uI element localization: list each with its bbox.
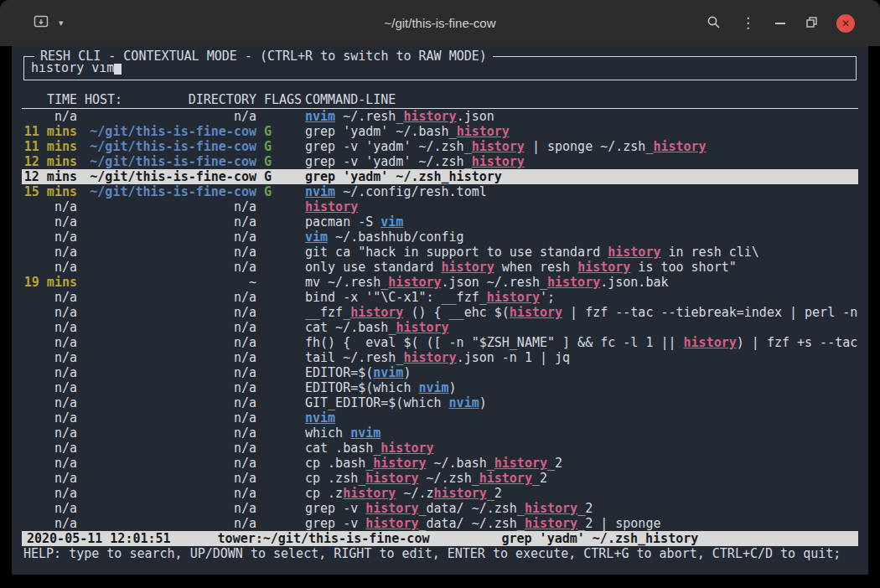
command-cell: nvim ~/.resh_history.json bbox=[305, 109, 858, 124]
flags-cell bbox=[264, 260, 298, 275]
flags-cell: G bbox=[264, 139, 298, 154]
command-cell: vim ~/.bashhub/config bbox=[305, 230, 858, 245]
command-cell: git ca "hack in support to use standard … bbox=[305, 245, 858, 260]
table-row[interactable]: n/an/ahistory bbox=[22, 199, 858, 214]
directory-cell: n/a bbox=[85, 230, 256, 245]
command-text: history bbox=[434, 486, 487, 501]
table-row[interactable]: n/an/aEDITOR=$(which nvim) bbox=[22, 380, 858, 395]
directory-cell: n/a bbox=[85, 109, 256, 124]
command-text: '; bbox=[540, 290, 555, 305]
time-cell: n/a bbox=[22, 245, 77, 260]
directory-cell: n/a bbox=[85, 516, 256, 531]
command-text: is too short" bbox=[630, 260, 736, 275]
command-text: vim bbox=[380, 214, 403, 230]
table-row[interactable]: 11 mins~/git/this-is-fine-cowGgrep -v 'y… bbox=[22, 139, 858, 154]
command-cell: fh() { eval $( ([ -n "$ZSH_NAME" ] && fc… bbox=[305, 335, 858, 350]
table-row[interactable]: n/an/aGIT_EDITOR=$(which nvim) bbox=[22, 395, 858, 410]
command-cell: nvim bbox=[305, 410, 858, 426]
flags-cell bbox=[264, 426, 298, 441]
table-row[interactable]: n/an/afh() { eval $( ([ -n "$ZSH_NAME" ]… bbox=[22, 335, 858, 350]
search-button[interactable] bbox=[705, 13, 722, 34]
command-text: nvim bbox=[449, 395, 479, 410]
table-row[interactable]: n/an/acp .zhistory ~/.zhistory_2 bbox=[22, 486, 858, 501]
command-cell: history bbox=[305, 199, 858, 214]
status-bar: 2020-05-11 12:01:51 tower:~/git/this-is-… bbox=[22, 531, 858, 546]
command-text: grep -v bbox=[305, 501, 365, 516]
flags-cell: G bbox=[264, 184, 298, 199]
command-text: ) bbox=[449, 380, 457, 395]
command-text: history bbox=[373, 456, 426, 471]
directory-cell: n/a bbox=[85, 320, 256, 335]
table-row[interactable]: n/an/avim ~/.bashhub/config bbox=[22, 230, 858, 245]
command-text: history bbox=[365, 471, 418, 486]
close-button[interactable]: ✕ bbox=[836, 14, 855, 33]
restore-icon bbox=[805, 16, 818, 31]
table-row[interactable]: n/an/aEDITOR=$(nvim) bbox=[22, 365, 858, 380]
header-directory: DIRECTORY bbox=[189, 92, 256, 107]
command-cell: mv ~/.resh_history.json ~/.resh_history.… bbox=[305, 275, 858, 290]
table-row[interactable]: n/an/atail ~/.resh_history.json -n 1 | j… bbox=[22, 350, 858, 365]
table-row[interactable]: 19 mins~mv ~/.resh_history.json ~/.resh_… bbox=[22, 275, 858, 290]
command-text: | sponge ~/.zsh_ bbox=[525, 139, 654, 154]
command-text: ) | fzf +s --tac bbox=[737, 335, 858, 350]
table-row[interactable]: 12 mins~/git/this-is-fine-cowGgrep 'yadm… bbox=[22, 169, 858, 184]
time-cell: n/a bbox=[22, 471, 77, 486]
table-row[interactable]: n/an/awhich nvim bbox=[22, 426, 858, 441]
table-row[interactable]: n/an/aonly use standard history when res… bbox=[22, 260, 858, 275]
new-tab-button[interactable] bbox=[32, 13, 50, 33]
command-cell: which nvim bbox=[305, 426, 858, 441]
minimize-button[interactable] bbox=[774, 21, 787, 26]
table-row[interactable]: n/an/acp .bash_history ~/.bash_history_2 bbox=[22, 456, 858, 471]
table-row[interactable]: n/an/agit ca "hack in support to use sta… bbox=[22, 245, 858, 260]
tab-dropdown-button[interactable]: ▾ bbox=[57, 17, 65, 29]
table-row[interactable]: n/an/apacman -S vim bbox=[22, 214, 858, 230]
command-cell: cp .zsh_history ~/.zsh_history_2 bbox=[305, 471, 858, 486]
status-location: tower:~/git/this-is-fine-cow bbox=[218, 531, 430, 546]
command-text: _2 bbox=[532, 471, 547, 486]
directory-cell: n/a bbox=[85, 335, 256, 350]
table-row[interactable]: 11 mins~/git/this-is-fine-cowGgrep 'yadm… bbox=[22, 124, 858, 139]
header-host: HOST: bbox=[85, 92, 122, 107]
table-row[interactable]: 12 mins~/git/this-is-fine-cowGgrep -v 'y… bbox=[22, 154, 858, 169]
command-text: history bbox=[403, 109, 456, 124]
help-line: HELP: type to search, UP/DOWN to select,… bbox=[23, 546, 858, 561]
table-row[interactable]: 15 mins~/git/this-is-fine-cowGnvim ~/.co… bbox=[22, 184, 858, 199]
command-text: only use standard bbox=[305, 260, 442, 275]
directory-cell: n/a bbox=[85, 486, 256, 501]
flags-cell bbox=[264, 350, 298, 365]
command-text: ) bbox=[479, 395, 487, 410]
command-text: history bbox=[684, 335, 737, 350]
command-text: cat ~/.bash_ bbox=[305, 320, 396, 335]
table-row[interactable]: n/an/acp .zsh_history ~/.zsh_history_2 bbox=[22, 471, 858, 486]
command-cell: bind -x '"\C-x1": __fzf_history'; bbox=[305, 290, 858, 305]
chevron-down-icon: ▾ bbox=[59, 18, 64, 28]
restore-button[interactable] bbox=[804, 14, 820, 33]
command-text: grep -v bbox=[305, 516, 365, 531]
directory-cell: n/a bbox=[85, 441, 256, 456]
table-row[interactable]: n/an/abind -x '"\C-x1": __fzf_history'; bbox=[22, 290, 858, 305]
status-command: grep 'yadm' ~/.zsh_history bbox=[501, 531, 698, 546]
command-text: nvim bbox=[305, 410, 335, 426]
flags-cell bbox=[264, 441, 298, 456]
table-row[interactable]: n/an/acat ~/.bash_history bbox=[22, 320, 858, 335]
table-row[interactable]: n/an/agrep -v history_data/ ~/.zsh_histo… bbox=[22, 516, 858, 531]
command-text: ~/.resh_ bbox=[335, 109, 403, 124]
command-text: cat .bash_ bbox=[305, 441, 380, 456]
table-row[interactable]: n/an/a__fzf_history () { __ehc $(history… bbox=[22, 305, 858, 320]
menu-button[interactable]: ⋮ bbox=[739, 14, 757, 32]
table-row[interactable]: n/an/agrep -v history_data/ ~/.zsh_histo… bbox=[22, 501, 858, 516]
command-text: ~/.bashhub/config bbox=[328, 230, 464, 245]
directory-cell: n/a bbox=[85, 245, 256, 260]
time-cell: 11 mins bbox=[22, 124, 77, 139]
command-text: vim bbox=[305, 230, 328, 245]
command-text: mv ~/.resh_ bbox=[305, 275, 388, 290]
command-text: history bbox=[525, 516, 577, 531]
table-row[interactable]: n/an/acat .bash_history bbox=[22, 441, 858, 456]
status-datetime: 2020-05-11 12:01:51 bbox=[27, 531, 171, 546]
command-text: history bbox=[350, 305, 403, 320]
command-text: cp .zsh_ bbox=[305, 471, 365, 486]
table-row[interactable]: n/an/anvim bbox=[22, 410, 858, 426]
table-row[interactable]: n/an/anvim ~/.resh_history.json bbox=[22, 109, 858, 124]
directory-cell: n/a bbox=[85, 199, 256, 214]
time-cell: n/a bbox=[22, 230, 77, 245]
